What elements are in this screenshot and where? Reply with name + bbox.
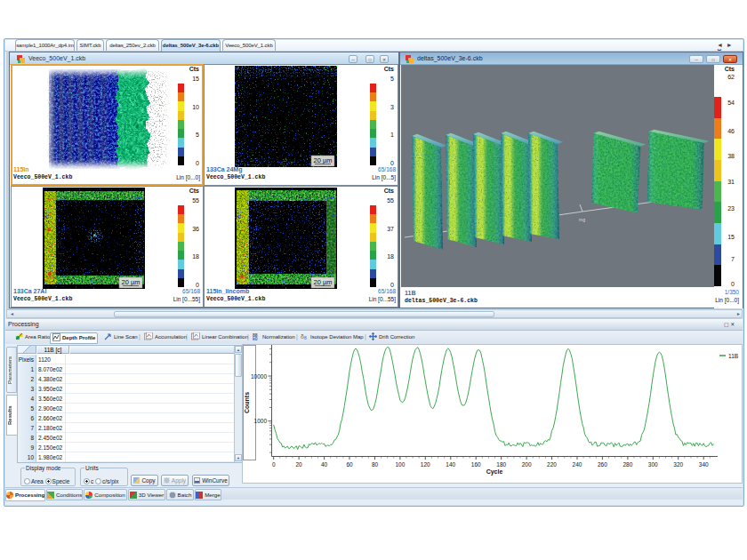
svg-text:280: 280: [622, 461, 632, 468]
svg-text:10000: 10000: [251, 373, 267, 380]
svg-text:8: 8: [304, 335, 307, 340]
svg-text:mg: mg: [579, 217, 585, 222]
svg-text:60: 60: [346, 461, 353, 468]
svg-text:320: 320: [673, 461, 683, 468]
svg-text:40: 40: [321, 461, 328, 468]
svg-text:Cycle: Cycle: [486, 468, 503, 476]
svg-text:80: 80: [372, 461, 379, 468]
svg-text:20: 20: [295, 461, 302, 468]
svg-text:Counts: Counts: [244, 392, 250, 413]
svg-text:180: 180: [496, 461, 506, 468]
svg-text:200: 200: [522, 461, 532, 468]
svg-text:220: 220: [547, 461, 557, 468]
svg-text:20 µm: 20 µm: [314, 278, 333, 286]
svg-text:160: 160: [471, 461, 481, 468]
svg-text:260: 260: [598, 461, 607, 468]
svg-text:100: 100: [395, 461, 405, 468]
svg-text:1000: 1000: [254, 418, 268, 424]
svg-text:140: 140: [446, 461, 455, 468]
svg-text:240: 240: [573, 461, 582, 468]
svg-text:120: 120: [421, 461, 430, 468]
svg-text:20 µm: 20 µm: [314, 156, 333, 164]
svg-text:300: 300: [648, 461, 658, 468]
svg-text:340: 340: [699, 461, 709, 468]
svg-text:k0: k0: [253, 336, 258, 340]
svg-text:11B: 11B: [728, 353, 738, 359]
svg-text:0: 0: [272, 461, 276, 468]
svg-text:20 µm: 20 µm: [122, 278, 141, 286]
